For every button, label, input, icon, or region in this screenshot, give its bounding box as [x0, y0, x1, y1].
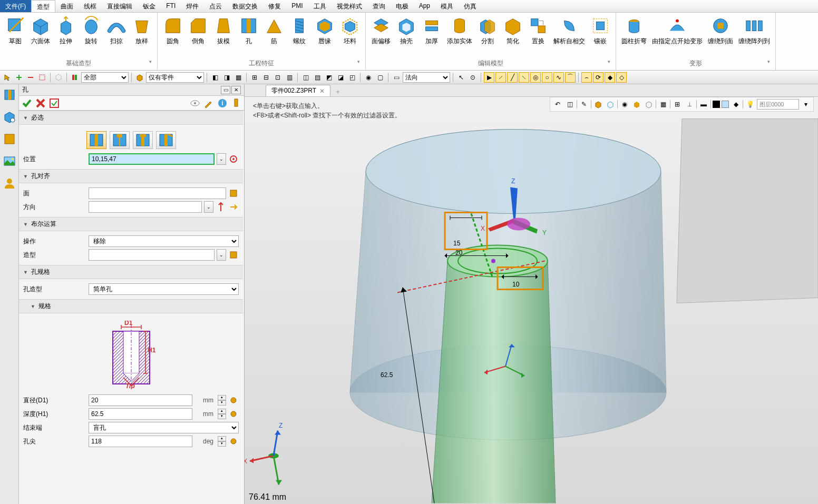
gutter-tree-icon[interactable]	[3, 111, 16, 123]
ribbon-btn-box[interactable]: 六面体	[28, 15, 53, 57]
menu-tab-wireframe[interactable]: 线框	[79, 0, 102, 12]
menu-tab-visualstyle[interactable]: 视觉样式	[332, 0, 367, 12]
tb-icon-21[interactable]: ○	[542, 72, 552, 83]
eye-icon[interactable]	[189, 97, 201, 109]
ribbon-btn-cylbend[interactable]: 圆柱折弯	[619, 15, 649, 57]
menu-tab-app[interactable]: App	[414, 0, 435, 12]
ribbon-btn-shell[interactable]: 抽壳	[394, 15, 418, 57]
dir-input[interactable]	[89, 201, 202, 213]
ribbon-btn-pointdeform[interactable]: 由指定点开始变形	[650, 15, 705, 57]
ribbon-btn-replace[interactable]: 置换	[526, 15, 550, 57]
tb-icon-25[interactable]: ⟳	[593, 72, 603, 83]
ribbon-btn-draft[interactable]: 拔模	[211, 15, 236, 57]
tb-icon-3[interactable]: ▦	[233, 72, 244, 83]
cancel-icon[interactable]	[35, 97, 46, 109]
tip-spin-down[interactable]: ▾	[218, 441, 226, 447]
gutter-image-icon[interactable]	[3, 155, 16, 167]
hole-type-4[interactable]	[156, 131, 176, 149]
tb-icon-19[interactable]: ⟍	[519, 72, 529, 83]
ribbon-btn-selfintersect[interactable]: 解析自相交	[551, 15, 587, 57]
tb-icon-8[interactable]: ◫	[300, 72, 311, 83]
brush-icon[interactable]	[203, 97, 215, 109]
holetype-select[interactable]: 简单孔	[89, 283, 239, 295]
ribbon-btn-addsolid[interactable]: 添加实体	[445, 15, 474, 57]
tb-partfilter-select[interactable]: 仅有零件	[146, 72, 204, 83]
ok-icon[interactable]	[21, 97, 33, 109]
gutter-user-icon[interactable]	[3, 177, 16, 190]
depth-input[interactable]	[89, 408, 192, 420]
shape-pick-icon[interactable]	[228, 250, 239, 260]
tb-icon-5[interactable]: ⊟	[261, 72, 271, 83]
tb-play-icon[interactable]: ▶	[484, 72, 494, 83]
section-bool[interactable]: 布尔运算	[19, 217, 243, 231]
ribbon-btn-thread[interactable]: 螺纹	[287, 15, 311, 57]
tb-arrow-icon[interactable]: ↖	[456, 72, 466, 83]
pin-icon[interactable]	[230, 97, 242, 109]
info-icon[interactable]: i	[217, 97, 228, 109]
position-pick-icon[interactable]	[228, 154, 239, 164]
tb-icon-6[interactable]: ⊡	[272, 72, 283, 83]
panel-close-icon[interactable]: ✕	[231, 86, 241, 94]
viewport-3d[interactable]: ↶ ◫ ✎ ◉ ▦ ⊞ ⟂ ▬ ◆	[245, 97, 818, 504]
tb-select-icon[interactable]	[37, 72, 47, 83]
tab-close-icon[interactable]: ✕	[319, 87, 325, 95]
tb-icon-1[interactable]: ◧	[210, 72, 220, 83]
shape-dropdown[interactable]: ⌄	[217, 249, 226, 261]
depth-pick-icon[interactable]	[228, 409, 239, 419]
ribbon-btn-simplify[interactable]: 简化	[501, 15, 525, 57]
apply-icon[interactable]	[48, 97, 60, 109]
menu-tab-exchange[interactable]: 数据交换	[227, 0, 263, 12]
tb-cube-icon[interactable]	[134, 72, 145, 83]
end-select[interactable]: 盲孔	[89, 422, 239, 433]
tab-add-icon[interactable]: ＋	[330, 87, 345, 96]
menu-tab-modeling[interactable]: 造型	[31, 0, 55, 12]
section-spec[interactable]: 孔规格	[19, 265, 243, 279]
diameter-input[interactable]	[89, 394, 192, 406]
ribbon-btn-hole[interactable]: 孔	[237, 15, 261, 57]
tb-filter-select[interactable]: 全部	[81, 72, 129, 83]
ribbon-btn-inlay[interactable]: 镶嵌	[588, 15, 612, 57]
menu-tab-pointcloud[interactable]: 点云	[204, 0, 227, 12]
ribbon-btn-sweep[interactable]: 扫掠	[104, 15, 129, 57]
ribbon-btn-thicken[interactable]: 加厚	[420, 15, 444, 57]
ribbon-btn-fillet[interactable]: 圆角	[161, 15, 185, 57]
shape-input[interactable]	[89, 249, 215, 261]
position-input[interactable]	[89, 153, 215, 165]
ribbon-btn-offset[interactable]: 面偏移	[369, 15, 393, 57]
ribbon-btn-stock[interactable]: 坯料	[338, 15, 362, 57]
tb-icon-27[interactable]: ◇	[616, 72, 627, 83]
dir-flip-icon[interactable]	[228, 202, 239, 212]
section-required[interactable]: 必选	[19, 111, 243, 125]
tip-spin-up[interactable]: ▴	[218, 436, 226, 441]
menu-tab-surface[interactable]: 曲面	[55, 0, 79, 12]
ribbon-btn-wraptoface[interactable]: 缠绕到面	[706, 15, 735, 57]
depth-spin-up[interactable]: ▴	[218, 409, 226, 414]
hole-type-1[interactable]	[86, 131, 106, 149]
ribbon-btn-wraparray[interactable]: 缠绕阵列到	[736, 15, 772, 57]
menu-tab-mold[interactable]: 模具	[435, 0, 459, 12]
menu-file[interactable]: 文件(F)	[0, 0, 31, 12]
gutter-part-icon[interactable]	[3, 133, 16, 145]
position-dropdown[interactable]: ⌄	[217, 153, 226, 165]
diameter-spin-up[interactable]: ▴	[218, 395, 226, 400]
menu-tab-tools[interactable]: 工具	[308, 0, 332, 12]
tb-icon-18[interactable]: ╱	[507, 72, 518, 83]
tb-icon-16[interactable]: ⊙	[468, 72, 478, 83]
menu-tab-electrode[interactable]: 电极	[391, 0, 414, 12]
menu-tab-heal[interactable]: 修复	[263, 0, 286, 12]
diameter-spin-down[interactable]: ▾	[218, 400, 226, 406]
tb-minus-icon[interactable]	[25, 72, 36, 83]
tb-icon-14[interactable]: ▢	[375, 72, 385, 83]
section-specsub[interactable]: 规格	[19, 299, 243, 313]
tip-pick-icon[interactable]	[228, 436, 239, 447]
tb-icon-9[interactable]: ▤	[312, 72, 323, 83]
diameter-pick-icon[interactable]	[228, 395, 239, 406]
tb-icon-4[interactable]: ⊞	[249, 72, 260, 83]
tb-cursor-icon[interactable]	[2, 72, 13, 83]
tb-icon-2[interactable]: ◨	[221, 72, 232, 83]
ribbon-btn-split[interactable]: 分割	[475, 15, 500, 57]
section-align[interactable]: 孔对齐	[19, 169, 243, 183]
ribbon-btn-lip[interactable]: 唇缘	[313, 15, 337, 57]
panel-min-icon[interactable]: ▭	[221, 86, 230, 94]
tb-icon-10[interactable]: ◩	[324, 72, 334, 83]
